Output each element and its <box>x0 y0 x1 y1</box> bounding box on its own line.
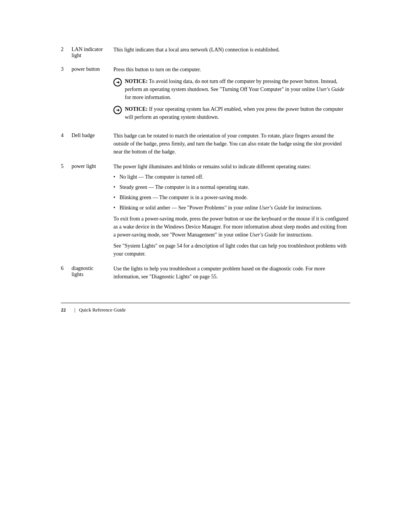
notice-icon: ➜ <box>113 78 122 86</box>
footer-divider <box>61 303 350 303</box>
description-text: Press this button to turn on the compute… <box>113 66 350 73</box>
notice-block: ➜NOTICE: If your operating system has AC… <box>113 105 350 121</box>
row-label: diagnostic lights <box>72 265 113 288</box>
row-description: Use the lights to help you troubleshoot … <box>113 265 350 288</box>
row-description: This light indicates that a local area n… <box>113 46 350 66</box>
row-number: 6 <box>61 265 72 288</box>
extra-paragraph: To exit from a power-saving mode, press … <box>113 215 350 239</box>
footer-title: Quick Reference Guide <box>79 307 126 313</box>
page-content: 2LAN indicatorlightThis light indicates … <box>61 46 350 313</box>
notice-block: ➜NOTICE: To avoid losing data, do not tu… <box>113 77 350 101</box>
table-row: 3power buttonPress this button to turn o… <box>61 66 350 132</box>
row-number: 5 <box>61 163 72 265</box>
notice-icon: ➜ <box>113 106 122 114</box>
row-description: The power light illuminates and blinks o… <box>113 163 350 265</box>
row-number: 3 <box>61 66 72 132</box>
table-row: 4Dell badgeThis badge can be rotated to … <box>61 132 350 163</box>
description-text: This light indicates that a local area n… <box>113 46 350 54</box>
bullet-item: No light — The computer is turned off. <box>113 173 350 181</box>
row-description: Press this button to turn on the compute… <box>113 66 350 132</box>
description-text: Use the lights to help you troubleshoot … <box>113 265 350 281</box>
row-label: LAN indicatorlight <box>72 46 113 66</box>
row-number: 4 <box>61 132 72 163</box>
bullet-item: Steady green — The computer is in a norm… <box>113 183 350 191</box>
notice-text: NOTICE: If your operating system has ACP… <box>125 105 350 121</box>
bullet-list: No light — The computer is turned off.St… <box>113 173 350 212</box>
description-text: This badge can be rotated to match the o… <box>113 132 350 156</box>
bullet-item: Blinking or solid amber — See "Power Pro… <box>113 204 350 212</box>
reference-table: 2LAN indicatorlightThis light indicates … <box>61 46 350 288</box>
row-label: power button <box>72 66 113 132</box>
row-label: power light <box>72 163 113 265</box>
footer: 22 | Quick Reference Guide <box>61 307 350 313</box>
table-row: 5power lightThe power light illuminates … <box>61 163 350 265</box>
row-label: Dell badge <box>72 132 113 163</box>
extra-paragraph: See "System Lights" on page 54 for a des… <box>113 242 350 258</box>
row-description: This badge can be rotated to match the o… <box>113 132 350 163</box>
description-text: The power light illuminates and blinks o… <box>113 163 350 171</box>
table-row: 6diagnostic lightsUse the lights to help… <box>61 265 350 288</box>
bullet-item: Blinking green — The computer is in a po… <box>113 193 350 201</box>
footer-separator: | <box>74 307 75 313</box>
table-row: 2LAN indicatorlightThis light indicates … <box>61 46 350 66</box>
notice-text: NOTICE: To avoid losing data, do not tur… <box>125 77 350 101</box>
page-number: 22 <box>61 307 66 313</box>
row-number: 2 <box>61 46 72 66</box>
